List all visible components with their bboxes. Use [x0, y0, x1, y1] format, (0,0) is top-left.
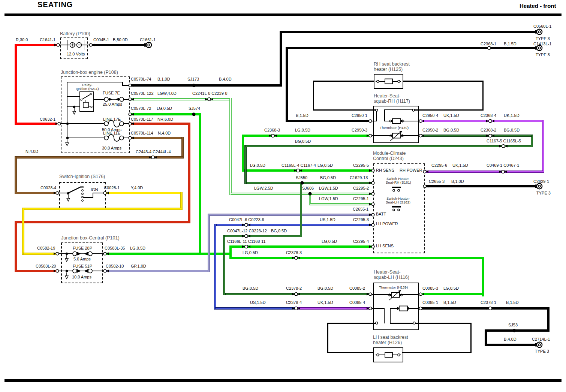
wire: [106, 253, 232, 255]
circuit-line: [122, 85, 130, 86]
footer-rule: [4, 379, 562, 382]
wiring-diagram-page: SEATING Heated - front: [0, 0, 566, 392]
wire: [214, 224, 216, 310]
wire-label: B,1.5D: [506, 300, 519, 305]
wire: [243, 135, 369, 137]
connector-label: C2378-2: [286, 286, 302, 290]
fuse-rating: 25.0 Amps: [103, 102, 122, 106]
wire: [15, 44, 17, 125]
circuit-line: [369, 121, 377, 121]
header-rule: [4, 13, 562, 16]
wire: [426, 171, 543, 173]
wire: [180, 192, 183, 210]
connector-label: C2443-4 C2444L-4: [136, 150, 171, 154]
connector-label: C0583L-35: [105, 246, 125, 250]
wire: [426, 185, 536, 187]
connector-label: C0583L-20: [36, 264, 56, 268]
wire: [16, 192, 56, 194]
connector-label: C2950-1: [352, 113, 367, 118]
wire: [231, 245, 371, 248]
connector-label: C1413L-1: [533, 42, 551, 46]
circuit-line: [59, 193, 69, 193]
wire: [92, 44, 145, 46]
circuit-line: [67, 96, 79, 97]
module-title: Module-Climate: [373, 151, 406, 156]
wire: [422, 120, 544, 122]
circuit-line: [122, 138, 130, 138]
circuit-line: [313, 81, 314, 111]
circuit-line: [67, 82, 123, 82]
splice-label: SJ574: [189, 106, 200, 111]
fuse-label: FUSE 28P: [73, 246, 92, 250]
connector-label: C0047L-12 C0223-12: [227, 229, 267, 233]
wire: [224, 235, 302, 237]
circuit-line: [402, 352, 472, 353]
ignition-switch-bracket: [59, 182, 106, 208]
connector-label: C0570L-122: [131, 91, 154, 96]
connector-label: C2629-1: [533, 179, 549, 184]
wire: [482, 257, 484, 296]
circuit-line: [327, 323, 377, 324]
connector-label: C2378-1: [481, 300, 496, 305]
wire-label: LGW,1.5D: [319, 186, 338, 190]
wire: [246, 182, 371, 184]
ground-type: TYPE 3: [536, 52, 550, 57]
connector-label: C0085-2: [349, 286, 365, 290]
wire-label: N,4.0D: [158, 131, 171, 135]
connector-label: C0582-10: [106, 264, 124, 268]
wire: [22, 208, 24, 255]
connector-label: C2714L-1: [532, 337, 550, 341]
relay-box: [79, 91, 94, 112]
circuit-line: [68, 138, 106, 138]
wire: [106, 192, 183, 194]
circuit-line: [122, 99, 130, 100]
wire: [15, 156, 17, 194]
connector-label: C2655-1: [353, 207, 368, 211]
module-pin-label: RH SENS: [376, 168, 394, 172]
connector-label: C1661-1: [140, 37, 156, 42]
wire-label: UK,1.5D: [317, 300, 333, 305]
connector-label: C0047L-6 C0223-6: [229, 217, 264, 222]
connector-label: C1165L-4 C1167-4: [282, 163, 316, 168]
wire: [216, 224, 371, 226]
module-pin-label: LH SENS: [376, 244, 394, 248]
wire-label: BG,0.5D: [295, 139, 311, 144]
circuit-line: [93, 193, 105, 193]
wire-label: BG,0.5D: [504, 128, 520, 132]
connector-label: C2241L-8 C2239-8: [192, 91, 228, 96]
circuit-line: [390, 308, 391, 323]
wire: [422, 135, 532, 137]
fuse-rating: 10.0 Amps: [72, 275, 91, 279]
wire-label: LG,0.5D: [130, 246, 145, 250]
wire: [300, 183, 302, 237]
wire: [231, 257, 484, 259]
h126-title: LH seat backrest: [373, 335, 408, 340]
connector-label: C2368-3: [264, 128, 280, 132]
circuit-line: [90, 253, 105, 254]
circuit-line: [369, 308, 385, 309]
circuit-line: [327, 323, 328, 353]
switch-label: Seat-RH (S161): [386, 180, 411, 185]
circuit-line: [122, 123, 130, 124]
wire: [188, 123, 190, 223]
connector-label: C0085-4: [349, 300, 365, 305]
connector-label: C0632-1: [40, 117, 55, 121]
circuit-line: [314, 81, 374, 82]
ground-type: TYPE 3: [536, 191, 551, 195]
wire: [225, 293, 369, 295]
fuse-rating: 5.0 Amps: [73, 257, 91, 261]
circuit-line: [67, 106, 79, 107]
splice-label: SJ173: [187, 77, 199, 81]
circuit-line: [59, 271, 75, 271]
wire: [242, 135, 244, 172]
ground-type: TYPE 3: [535, 349, 549, 353]
connector-label: C2295-2: [353, 186, 369, 190]
ign-label: IGN: [91, 187, 98, 192]
wire-label: UK,1.5D: [443, 113, 459, 118]
wire: [422, 293, 484, 295]
wire: [287, 120, 369, 122]
circuit-line: [59, 45, 92, 45]
wire: [229, 98, 232, 195]
connector-label: C0570L-72: [131, 106, 151, 111]
h117-title: Heater-Seat-: [374, 94, 401, 98]
